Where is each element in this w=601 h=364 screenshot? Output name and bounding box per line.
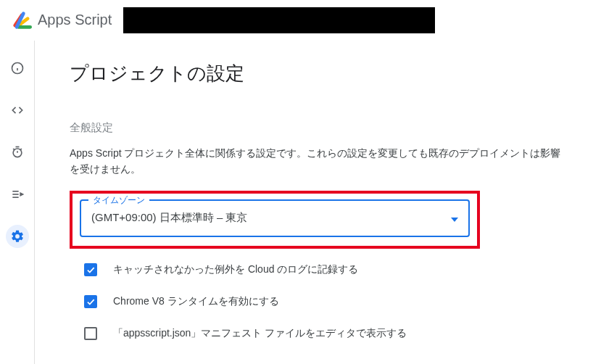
svg-marker-8 bbox=[451, 218, 458, 222]
page-title: プロジェクトの設定 bbox=[70, 61, 572, 86]
checkbox-row-show-manifest: 「appsscript.json」マニフェスト ファイルをエディタで表示する bbox=[84, 327, 572, 340]
main-content: プロジェクトの設定 全般設定 Apps Script プロジェクト全体に関係する… bbox=[35, 41, 601, 364]
checkbox-label: Chrome V8 ランタイムを有効にする bbox=[113, 295, 279, 308]
top-bar: Apps Script bbox=[0, 0, 601, 41]
general-section-description: Apps Script プロジェクト全体に関係する設定です。これらの設定を変更し… bbox=[70, 145, 563, 178]
svg-point-3 bbox=[13, 149, 22, 157]
checkbox-label: 「appsscript.json」マニフェスト ファイルをエディタで表示する bbox=[113, 327, 407, 340]
product-name: Apps Script bbox=[38, 12, 112, 28]
timezone-highlight-frame: タイムゾーン (GMT+09:00) 日本標準時 – 東京 bbox=[70, 191, 480, 249]
timezone-float-label: タイムゾーン bbox=[88, 194, 149, 207]
svg-marker-7 bbox=[20, 193, 22, 195]
dropdown-arrow-icon bbox=[451, 212, 458, 225]
timezone-value: (GMT+09:00) 日本標準時 – 東京 bbox=[91, 211, 451, 225]
sidebar-item-overview[interactable] bbox=[6, 57, 29, 80]
sidebar-item-settings[interactable] bbox=[6, 225, 29, 248]
checkbox-row-v8-runtime: Chrome V8 ランタイムを有効にする bbox=[84, 295, 572, 308]
general-section-label: 全般設定 bbox=[70, 121, 572, 135]
timezone-select[interactable]: タイムゾーン (GMT+09:00) 日本標準時 – 東京 bbox=[80, 199, 470, 237]
checkbox-log-exceptions[interactable] bbox=[84, 263, 97, 276]
checkbox-v8-runtime[interactable] bbox=[84, 295, 97, 308]
checkbox-row-log-exceptions: キャッチされなかった例外を Cloud のログに記録する bbox=[84, 263, 572, 276]
sidebar-item-executions[interactable] bbox=[6, 183, 29, 206]
sidebar-item-editor[interactable] bbox=[6, 99, 29, 122]
checkbox-label: キャッチされなかった例外を Cloud のログに記録する bbox=[113, 263, 358, 276]
general-checkbox-list: キャッチされなかった例外を Cloud のログに記録する Chrome V8 ラ… bbox=[84, 263, 572, 340]
left-sidebar bbox=[0, 41, 35, 364]
checkbox-show-manifest[interactable] bbox=[84, 327, 97, 340]
apps-script-logo-icon bbox=[12, 10, 32, 30]
sidebar-item-triggers[interactable] bbox=[6, 141, 29, 164]
redacted-project-name bbox=[123, 7, 435, 33]
